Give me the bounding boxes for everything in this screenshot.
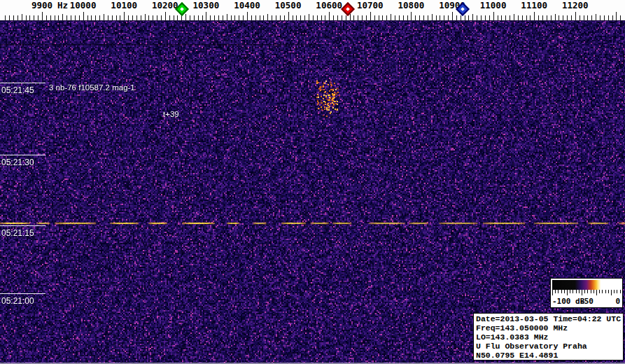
colorbar: -100 dB -50 0	[550, 278, 623, 308]
ruler-tick	[153, 15, 153, 20]
spectrogram-window: Hz 9900100001010010200103001040010500106…	[0, 0, 625, 364]
ruler-tick	[616, 12, 617, 20]
info-line: U Flu Observatory Praha	[476, 342, 623, 351]
ruler-tick	[391, 14, 391, 20]
ruler-tick	[251, 15, 252, 20]
ruler-tick	[50, 15, 51, 20]
ruler-tick	[185, 14, 186, 20]
ruler-tick	[382, 15, 383, 20]
ruler-tick	[165, 12, 166, 20]
ruler-tick	[337, 15, 338, 20]
ruler-tick	[304, 15, 305, 20]
ruler-tick	[555, 14, 556, 20]
red-marker[interactable]	[341, 2, 355, 16]
ruler-tick	[505, 15, 506, 20]
ruler-tick	[452, 12, 453, 20]
ruler-tick	[108, 15, 108, 20]
ruler-tick	[55, 15, 55, 20]
ruler-tick	[247, 12, 248, 20]
ruler-tick	[468, 15, 469, 20]
ruler-tick	[22, 14, 22, 20]
ruler-tick	[260, 15, 260, 20]
ruler-tick-label: 10600	[316, 0, 342, 10]
ruler-tick	[120, 15, 120, 20]
ruler-tick	[465, 15, 465, 20]
observatory-info-box: Date=2013-03-05 Time=04:22 UTCFreq=143.0…	[473, 313, 624, 360]
ruler-tick	[141, 15, 141, 20]
ruler-tick	[214, 15, 215, 20]
ruler-tick	[596, 14, 596, 20]
time-label: 05:21:00	[1, 296, 34, 306]
ruler-tick	[567, 15, 568, 20]
colorbar-gradient[interactable]	[552, 280, 621, 290]
ruler-tick	[263, 15, 264, 20]
ruler-tick	[571, 15, 572, 20]
ruler-tick	[174, 15, 174, 20]
ruler-tick	[481, 15, 482, 20]
ruler-tick	[415, 15, 416, 20]
ruler-tick	[91, 15, 92, 20]
ruler-tick	[423, 15, 424, 20]
ruler-tick	[510, 15, 510, 20]
meteor-annotation: t+39	[163, 110, 179, 118]
ruler-tick	[227, 14, 227, 20]
ruler-tick	[255, 15, 256, 20]
ruler-tick	[288, 12, 289, 20]
time-tick-line	[0, 83, 45, 83]
ruler-tick	[530, 15, 531, 20]
ruler-tick	[436, 15, 437, 20]
ruler-tick	[95, 15, 96, 20]
ruler-tick	[538, 15, 539, 20]
ruler-tick-label: 11100	[521, 0, 547, 10]
ruler-tick	[366, 15, 367, 20]
ruler-tick	[395, 15, 395, 20]
ruler-tick	[575, 12, 576, 20]
ruler-tick	[370, 12, 371, 20]
ruler-tick	[403, 15, 404, 20]
ruler-tick	[210, 15, 211, 20]
time-tick-line	[0, 155, 45, 155]
ruler-tick	[190, 15, 190, 20]
ruler-tick	[202, 15, 203, 20]
time-label: 05:21:45	[1, 85, 34, 95]
ruler-tick	[559, 15, 559, 20]
ruler-tick	[591, 15, 592, 20]
ruler-tick	[489, 15, 490, 20]
ruler-tick	[17, 15, 18, 20]
ruler-tick	[432, 14, 433, 20]
ruler-tick	[518, 15, 519, 20]
ruler-tick	[563, 15, 563, 20]
ruler-tick	[267, 14, 268, 20]
frequency-ruler: Hz 9900100001010010200103001040010500106…	[0, 0, 625, 21]
ruler-tick	[231, 15, 232, 20]
ruler-tick	[75, 15, 76, 20]
ruler-tick	[477, 15, 477, 20]
ruler-tick	[300, 15, 301, 20]
ruler-tick	[296, 15, 297, 20]
ruler-tick	[34, 15, 34, 20]
ruler-tick	[9, 15, 10, 20]
marker-core-dot	[180, 7, 184, 11]
ruler-tick	[547, 15, 547, 20]
ruler-tick	[99, 15, 100, 20]
ruler-tick	[243, 15, 244, 20]
ruler-tick	[161, 15, 162, 20]
ruler-tick-label: 9900	[31, 0, 52, 10]
ruler-tick	[551, 15, 552, 20]
ruler-tick	[128, 15, 129, 20]
ruler-tick	[542, 15, 543, 20]
ruler-tick	[145, 14, 146, 20]
ruler-tick	[62, 14, 63, 20]
ruler-tick	[87, 15, 88, 20]
meteor-annotation: 3 nb-76 f10587.2 mag-1	[49, 83, 135, 92]
ruler-tick-label: 10000	[70, 0, 97, 10]
ruler-tick	[534, 12, 535, 20]
ruler-tick	[124, 12, 125, 20]
ruler-tick	[329, 12, 330, 20]
marker-core-dot	[346, 7, 350, 11]
ruler-tick	[157, 15, 157, 20]
ruler-tick	[104, 14, 104, 20]
ruler-tick	[350, 14, 351, 20]
ruler-tick	[448, 15, 449, 20]
ruler-tick	[38, 15, 38, 20]
